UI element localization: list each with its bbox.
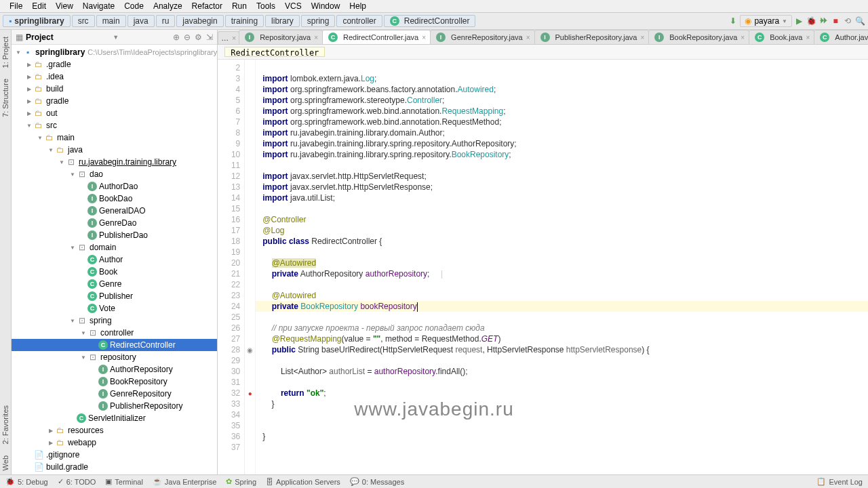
tree-item-build[interactable]: 🗀build — [12, 83, 217, 95]
tool-structure[interactable]: 7: Structure — [0, 75, 11, 121]
breadcrumb-src[interactable]: src — [72, 15, 95, 27]
status-debug[interactable]: 🐞5: Debug — [5, 477, 48, 486]
tree-item-Publisher[interactable]: CPublisher — [12, 290, 217, 302]
tree-item-gradlew[interactable]: 📄gradlew — [12, 473, 217, 474]
project-view-dropdown[interactable]: ▼ — [113, 34, 119, 41]
tree-item-Book[interactable]: CBook — [12, 266, 217, 278]
breadcrumb-main[interactable]: main — [96, 15, 126, 27]
close-tab-icon[interactable]: × — [806, 34, 810, 41]
tree-item-GenreDao[interactable]: IGenreDao — [12, 217, 217, 229]
breadcrumb-ru[interactable]: ru — [156, 15, 176, 27]
tree-item--idea[interactable]: 🗀.idea — [12, 70, 217, 83]
tree-item-RedirectController[interactable]: CRedirectController — [12, 339, 217, 351]
tree-item-PublisherRepository[interactable]: IPublisherRepository — [12, 400, 217, 412]
debug-icon[interactable]: 🐞 — [806, 16, 816, 26]
editor-tab-GenreRepository[interactable]: IGenreRepository.java× — [430, 30, 534, 44]
menu-run[interactable]: Run — [228, 0, 251, 12]
close-tab-icon[interactable]: × — [640, 34, 644, 41]
breadcrumb-java[interactable]: java — [127, 15, 155, 27]
status-messages[interactable]: 💬0: Messages — [350, 477, 404, 486]
breadcrumb-controller[interactable]: controller — [336, 15, 382, 27]
tool-web[interactable]: Web — [0, 451, 11, 474]
status-terminal[interactable]: ▣Terminal — [105, 477, 143, 486]
tree-item-out[interactable]: 🗀out — [12, 107, 217, 119]
tree-item-AuthorDao[interactable]: IAuthorDao — [12, 180, 217, 192]
editor-tab-BookRepository[interactable]: IBookRepository.java× — [648, 30, 749, 44]
editor-tab-RedirectController[interactable]: CRedirectController.java× — [322, 30, 431, 44]
context-class[interactable]: RedirectController — [224, 47, 325, 57]
tree-item-GenreRepository[interactable]: IGenreRepository — [12, 388, 217, 400]
editor-tab-Author[interactable]: CAuthor.java× — [814, 30, 868, 44]
tool-favorites[interactable]: 2: Favorites — [0, 401, 11, 448]
status-spring[interactable]: ✿Spring — [226, 477, 256, 486]
stop-icon[interactable]: ■ — [830, 16, 841, 26]
update-icon[interactable]: ⟲ — [842, 16, 853, 26]
tree-root[interactable]: ▪springlibraryC:\Users\Tim\IdeaProjects\… — [12, 46, 217, 58]
run-config-select[interactable]: ◉payara▼ — [740, 15, 792, 27]
menu-navigate[interactable]: Navigate — [79, 0, 119, 12]
menu-help[interactable]: Help — [345, 0, 370, 12]
tool-project[interactable]: 1: Project — [0, 33, 11, 72]
tree-item-ru-javabegin-training-library[interactable]: ⊡ru.javabegin.training.library — [12, 156, 217, 168]
search-icon[interactable]: 🔍 — [854, 16, 865, 26]
hide-icon[interactable]: ⇲ — [206, 33, 213, 42]
editor-tab-Book[interactable]: CBook.java× — [749, 30, 814, 44]
tree-item-build-gradle[interactable]: 📄build.gradle — [12, 461, 217, 473]
build-icon[interactable]: ⬇ — [728, 16, 738, 26]
breadcrumb-training[interactable]: training — [225, 15, 264, 27]
collapse-icon[interactable]: ⊖ — [184, 33, 191, 42]
breadcrumb-spring[interactable]: spring — [301, 15, 336, 27]
status-event-log[interactable]: 📋Event Log — [816, 477, 863, 486]
tree-item-java[interactable]: 🗀java — [12, 144, 217, 156]
tree-item-resources[interactable]: 🗀resources — [12, 424, 217, 436]
settings-icon[interactable]: ⚙ — [195, 33, 202, 42]
run-icon[interactable]: ▶ — [793, 16, 804, 26]
status-todo[interactable]: ✓6: TODO — [58, 477, 96, 486]
menu-window[interactable]: Window — [307, 0, 344, 12]
tree-item-GeneralDAO[interactable]: IGeneralDAO — [12, 205, 217, 217]
close-tab-icon[interactable]: × — [741, 34, 745, 41]
tree-item-domain[interactable]: ⊡domain — [12, 241, 217, 253]
close-tab-icon[interactable]: × — [526, 34, 530, 41]
tab-overflow-left[interactable]: …× — [218, 31, 239, 44]
tree-item-BookDao[interactable]: IBookDao — [12, 192, 217, 205]
menu-vcs[interactable]: VCS — [281, 0, 306, 12]
tree-item-webapp[interactable]: 🗀webapp — [12, 436, 217, 449]
editor-tab-Repository[interactable]: IRepository.java× — [239, 30, 323, 44]
tree-item-main[interactable]: 🗀main — [12, 131, 217, 144]
tree-item-BookRepository[interactable]: IBookRepository — [12, 375, 217, 388]
tree-item-dao[interactable]: ⊡dao — [12, 168, 217, 180]
tree-item-PublisherDao[interactable]: IPublisherDao — [12, 229, 217, 241]
project-tree[interactable]: ▪springlibraryC:\Users\Tim\IdeaProjects\… — [12, 45, 217, 474]
editor-tab-PublisherRepository[interactable]: IPublisherRepository.java× — [534, 30, 650, 44]
menu-refactor[interactable]: Refactor — [188, 0, 226, 12]
tree-item-controller[interactable]: ⊡controller — [12, 327, 217, 339]
menu-view[interactable]: View — [52, 0, 77, 12]
breadcrumb-root[interactable]: ▪springlibrary — [3, 15, 71, 27]
close-tab-icon[interactable]: × — [422, 34, 426, 41]
breadcrumb-library[interactable]: library — [265, 15, 300, 27]
menu-analyze[interactable]: Analyze — [149, 0, 186, 12]
tree-item-ServletInitializer[interactable]: CServletInitializer — [12, 412, 217, 424]
tree-item--gitignore[interactable]: 📄.gitignore — [12, 449, 217, 461]
scroll-to-icon[interactable]: ⊕ — [173, 33, 180, 42]
breadcrumb-class[interactable]: CRedirectController — [384, 15, 476, 27]
tree-item-AuthorRepository[interactable]: IAuthorRepository — [12, 363, 217, 375]
tree-item-src[interactable]: 🗀src — [12, 119, 217, 131]
status-app-servers[interactable]: 🗄Application Servers — [266, 478, 340, 486]
status-java-ee[interactable]: ☕Java Enterprise — [153, 477, 216, 486]
tree-item-Genre[interactable]: CGenre — [12, 278, 217, 290]
menu-file[interactable]: File — [5, 0, 26, 12]
run-last-icon[interactable]: ⯮ — [818, 16, 829, 26]
tree-item-repository[interactable]: ⊡repository — [12, 351, 217, 363]
tree-item-Vote[interactable]: CVote — [12, 302, 217, 314]
tree-item-spring[interactable]: ⊡spring — [12, 314, 217, 327]
tree-item-Author[interactable]: CAuthor — [12, 253, 217, 266]
menu-edit[interactable]: Edit — [28, 0, 50, 12]
menu-code[interactable]: Code — [120, 0, 148, 12]
menu-tools[interactable]: Tools — [252, 0, 279, 12]
breadcrumb-javabegin[interactable]: javabegin — [176, 15, 223, 27]
close-tab-icon[interactable]: × — [314, 34, 318, 41]
tree-item-gradle[interactable]: 🗀gradle — [12, 95, 217, 107]
tree-item--gradle[interactable]: 🗀.gradle — [12, 58, 217, 70]
